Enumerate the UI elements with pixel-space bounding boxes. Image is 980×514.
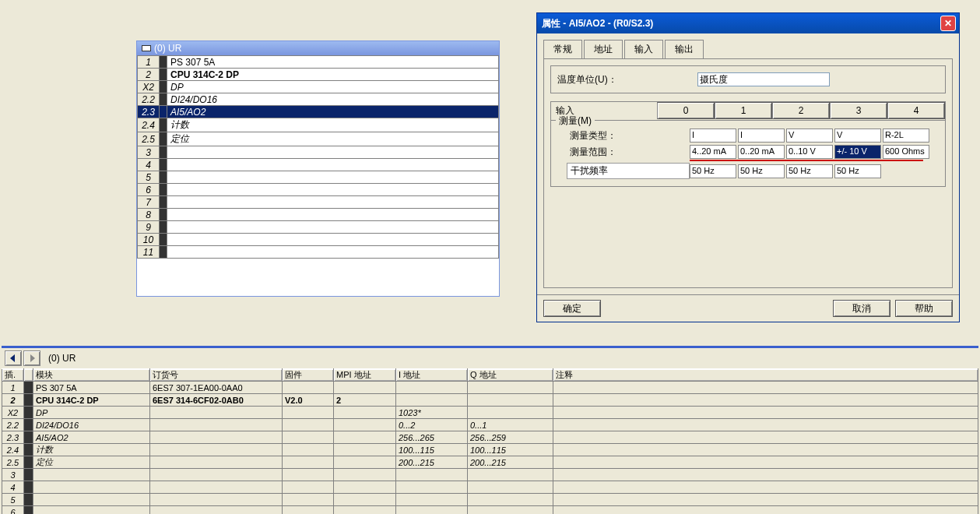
ok-button[interactable]: 确定: [543, 300, 601, 317]
grid-order: 6ES7 307-1EA00-0AA0: [150, 382, 283, 394]
rack-row[interactable]: X2DP: [138, 81, 499, 93]
meas-type-1[interactable]: I: [738, 128, 785, 143]
grid-qaddr: [468, 506, 553, 515]
rack-row[interactable]: 2.4计数: [138, 118, 499, 132]
tab-general[interactable]: 常规: [543, 40, 582, 58]
grid-bar-icon: [24, 494, 33, 506]
noise-2[interactable]: 50 Hz: [786, 164, 833, 178]
meas-range-0[interactable]: 4..20 mA: [690, 145, 736, 159]
grid-row[interactable]: 2.5定位200...215200...215: [2, 456, 978, 469]
rack-row[interactable]: 1PS 307 5A: [138, 56, 499, 69]
rack-row[interactable]: 11: [138, 246, 499, 259]
grid-iaddr: 200...215: [396, 456, 468, 469]
rack-row[interactable]: 7: [138, 196, 499, 209]
grid-fw: [283, 407, 334, 419]
grid-row[interactable]: 2.4计数100...115100...115: [2, 444, 978, 456]
grid-row[interactable]: 5: [2, 494, 978, 506]
grid-iaddr: 256...265: [396, 431, 468, 444]
input-col-3[interactable]: 3: [830, 102, 887, 119]
close-icon[interactable]: ✕: [940, 16, 956, 31]
grid-mpi: [334, 444, 396, 456]
noise-0[interactable]: 50 Hz: [690, 164, 736, 178]
grid-bar-icon: [24, 469, 33, 481]
meas-range-label: 测量范围：: [557, 146, 690, 159]
meas-range-1[interactable]: 0..20 mA: [738, 145, 785, 159]
rack-row[interactable]: 2.5定位: [138, 132, 499, 146]
grid-iaddr: [396, 382, 468, 394]
grid-slot: 3: [2, 469, 24, 481]
grid-comment: [553, 407, 978, 419]
grid-row[interactable]: 6: [2, 506, 978, 515]
grid-module: [33, 481, 150, 494]
grid-row[interactable]: 2.2DI24/DO160...20...1: [2, 419, 978, 431]
temp-unit-field[interactable]: [697, 72, 830, 86]
noise-3[interactable]: 50 Hz: [834, 164, 881, 178]
meas-type-3[interactable]: V: [834, 128, 881, 143]
grid-row[interactable]: X2DP1023*: [2, 407, 978, 419]
rack-slot: 7: [138, 196, 160, 209]
rack-slot: 10: [138, 234, 160, 246]
meas-type-label: 测量类型：: [557, 129, 690, 143]
rack-module-name: AI5/AO2: [167, 106, 499, 118]
properties-dialog: 属性 - AI5/AO2 - (R0/S2.3) ✕ 常规 地址 输入 输出 温…: [536, 12, 960, 322]
tab-output[interactable]: 输出: [665, 40, 704, 58]
arrow-right-icon: [27, 354, 37, 362]
grid-bar-icon: [24, 431, 33, 444]
dialog-title-bar[interactable]: 属性 - AI5/AO2 - (R0/S2.3) ✕: [537, 13, 959, 33]
rack-row[interactable]: 2.2DI24/DO16: [138, 93, 499, 106]
grid-fw: [283, 382, 334, 394]
grid-row[interactable]: 3: [2, 469, 978, 481]
grid-fw: [283, 431, 334, 444]
col-module[interactable]: 模块: [33, 369, 150, 382]
col-bar[interactable]: [24, 369, 33, 382]
rack-row[interactable]: 10: [138, 234, 499, 246]
col-fw[interactable]: 固件: [283, 369, 334, 382]
col-order[interactable]: 订货号: [150, 369, 283, 382]
rack-row[interactable]: 2CPU 314C-2 DP: [138, 69, 499, 81]
rack-row[interactable]: 2.3AI5/AO2: [138, 106, 499, 118]
grid-row[interactable]: 1PS 307 5A6ES7 307-1EA00-0AA0: [2, 382, 978, 394]
grid-iaddr: [396, 494, 468, 506]
nav-back-button[interactable]: [5, 350, 22, 366]
noise-1[interactable]: 50 Hz: [738, 164, 785, 178]
input-col-0[interactable]: 0: [657, 102, 715, 119]
grid-fw: V2.0: [283, 394, 334, 407]
col-comment[interactable]: 注释: [553, 369, 978, 382]
rack-window-title-bar[interactable]: (0) UR: [137, 41, 499, 55]
grid-module: DI24/DO16: [33, 419, 150, 431]
rack-bar-icon: [160, 246, 167, 259]
input-col-1[interactable]: 1: [715, 102, 772, 119]
meas-type-4[interactable]: R-2L: [883, 128, 929, 143]
cancel-button[interactable]: 取消: [833, 300, 890, 317]
rack-row[interactable]: 6: [138, 184, 499, 196]
meas-type-2[interactable]: V: [786, 128, 833, 143]
grid-row[interactable]: 2.3AI5/AO2256...265256...259: [2, 431, 978, 444]
rack-slot: 2.4: [138, 118, 160, 132]
tab-address[interactable]: 地址: [584, 40, 623, 58]
rack-row[interactable]: 8: [138, 209, 499, 221]
rack-row[interactable]: 3: [138, 146, 499, 159]
meas-type-0[interactable]: I: [690, 128, 736, 143]
rack-bar-icon: [160, 209, 167, 221]
grid-qaddr: [468, 382, 553, 394]
rack-row[interactable]: 4: [138, 159, 499, 171]
nav-forward-button[interactable]: [23, 350, 40, 366]
grid-row[interactable]: 2CPU 314C-2 DP6ES7 314-6CF02-0AB0V2.02: [2, 394, 978, 407]
dialog-title: 属性 - AI5/AO2 - (R0/S2.3): [542, 17, 653, 30]
tab-input[interactable]: 输入: [624, 40, 663, 58]
grid-bar-icon: [24, 419, 33, 431]
help-button[interactable]: 帮助: [895, 300, 953, 317]
grid-slot: 2.3: [2, 431, 24, 444]
input-col-4[interactable]: 4: [887, 102, 945, 119]
grid-row[interactable]: 4: [2, 481, 978, 494]
meas-range-2[interactable]: 0..10 V: [786, 145, 833, 159]
meas-range-3[interactable]: +/- 10 V: [834, 145, 881, 159]
rack-row[interactable]: 5: [138, 171, 499, 184]
col-iaddr[interactable]: I 地址: [396, 369, 468, 382]
rack-row[interactable]: 9: [138, 221, 499, 234]
col-qaddr[interactable]: Q 地址: [468, 369, 553, 382]
col-slot[interactable]: 插.: [2, 369, 24, 382]
input-col-2[interactable]: 2: [772, 102, 830, 119]
col-mpi[interactable]: MPI 地址: [334, 369, 396, 382]
meas-range-4[interactable]: 600 Ohms: [883, 145, 929, 159]
